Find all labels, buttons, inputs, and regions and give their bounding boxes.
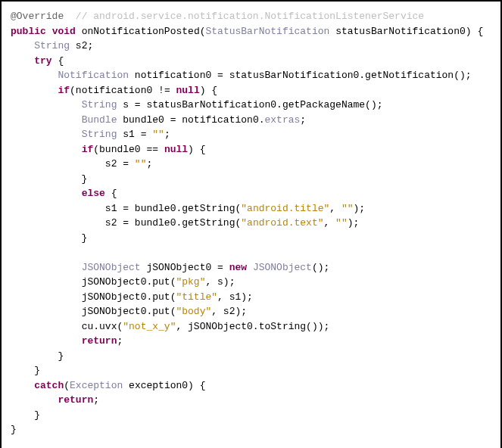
str-empty: ""	[335, 217, 348, 229]
param-name: statusBarNotification0	[335, 26, 466, 37]
ctor-jsonobject: JSONObject	[253, 262, 312, 273]
str-title: "title"	[176, 291, 217, 303]
type-string: String	[82, 99, 117, 110]
comma: ,	[329, 203, 341, 214]
str-title: "android.title"	[241, 203, 329, 214]
kw-if: if	[58, 85, 70, 96]
type-string: String	[82, 129, 117, 140]
rhs-l: notification0.	[182, 114, 264, 126]
comment: // android.service.notification.Notifica…	[76, 11, 424, 22]
call: jSONObject0.put(	[82, 276, 176, 288]
kw-return: return	[58, 394, 93, 406]
cond-var: bundle0	[99, 144, 141, 155]
var-json: jSONObject0	[146, 262, 211, 273]
var-bundle0: bundle0	[123, 114, 164, 126]
kw-null: null	[164, 144, 188, 155]
kw-public: public	[11, 26, 46, 37]
kw-catch: catch	[34, 380, 64, 391]
str-body: "body"	[176, 306, 211, 317]
tail: , s2);	[211, 306, 247, 317]
cond-var: notification0	[76, 85, 152, 96]
call: cu.uvx(	[82, 321, 123, 332]
var-s2: s2;	[76, 40, 93, 51]
var-exception: exception0	[129, 380, 188, 391]
lhs: s1	[105, 203, 117, 214]
var-notification0: notification0	[135, 70, 211, 81]
empty-string: ""	[135, 158, 147, 170]
tail: , s);	[205, 276, 235, 288]
lhs: s2	[105, 217, 117, 229]
rhs-r: ;	[300, 114, 306, 126]
rhs: statusBarNotification0.getPackageName();	[146, 99, 382, 110]
var-s: s	[123, 99, 129, 110]
field-extras: extras	[264, 114, 300, 126]
tail: , jSONObject0.toString());	[176, 321, 329, 332]
rhs: statusBarNotification0.getNotification()…	[229, 70, 472, 81]
str-pkg: "pkg"	[176, 276, 205, 288]
kw-null: null	[176, 85, 200, 96]
var-s2: s2	[105, 158, 117, 170]
call: jSONObject0.put(	[82, 306, 176, 317]
eq: ==	[146, 144, 158, 155]
str-text: "android.text"	[241, 217, 323, 229]
comma: ,	[324, 217, 336, 229]
tail: , s1);	[217, 291, 253, 303]
kw-new: new	[229, 262, 247, 273]
kw-return: return	[82, 335, 117, 347]
method-name: onNotificationPosted	[82, 26, 200, 37]
kw-if: if	[82, 144, 94, 155]
call: bundle0.getString(	[135, 217, 241, 229]
type-bundle: Bundle	[82, 114, 117, 126]
call: bundle0.getString(	[135, 203, 241, 214]
code-block: @Override // android.service.notificatio…	[0, 0, 502, 448]
empty-string: ""	[152, 129, 164, 140]
kw-else: else	[82, 188, 105, 199]
type-notification: Notification	[58, 70, 129, 81]
type-jsonobject: JSONObject	[82, 262, 141, 273]
kw-void: void	[52, 26, 76, 37]
tail: ();	[312, 262, 329, 273]
tail: );	[348, 217, 360, 229]
call: jSONObject0.put(	[82, 291, 176, 303]
tail: );	[354, 203, 366, 214]
str-notxy: "not_x_y"	[123, 321, 176, 332]
type-string: String	[34, 40, 70, 51]
str-empty: ""	[341, 203, 354, 214]
param-type: StatusBarNotification	[206, 26, 330, 37]
type-exception: Exception	[70, 380, 123, 391]
kw-try: try	[34, 55, 51, 67]
var-s1: s1	[123, 129, 135, 140]
neq: !=	[158, 85, 170, 96]
annotation: @Override	[11, 11, 64, 22]
